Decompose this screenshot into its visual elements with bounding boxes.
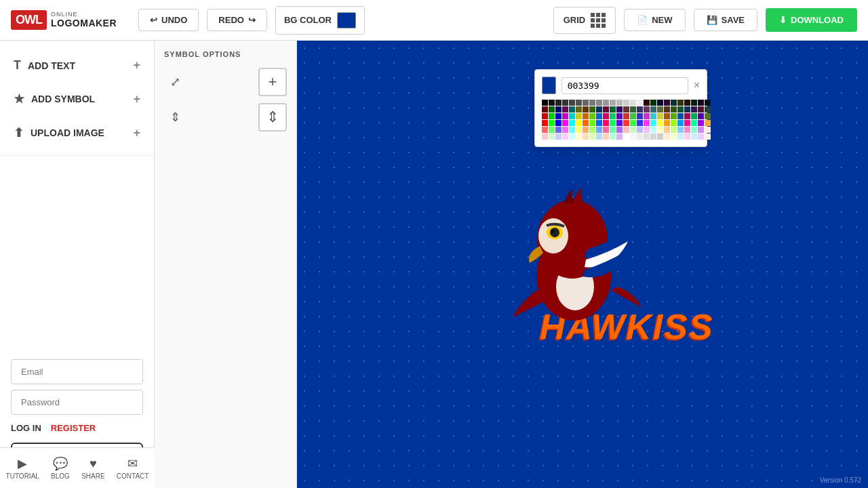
color-cell[interactable] xyxy=(630,120,636,126)
color-cell[interactable] xyxy=(691,113,697,119)
color-cell[interactable] xyxy=(596,127,602,133)
color-cell[interactable] xyxy=(562,106,568,113)
color-cell[interactable] xyxy=(637,100,643,106)
color-cell[interactable] xyxy=(576,134,582,140)
color-cell[interactable] xyxy=(623,127,629,133)
color-cell[interactable] xyxy=(576,120,582,126)
color-cell[interactable] xyxy=(630,100,636,106)
color-cell[interactable] xyxy=(610,106,616,113)
color-cell[interactable] xyxy=(671,134,677,140)
color-cell[interactable] xyxy=(569,134,575,140)
color-cell[interactable] xyxy=(603,127,609,133)
color-cell[interactable] xyxy=(644,127,650,133)
color-cell[interactable] xyxy=(677,113,684,119)
canvas-area[interactable]: HAWKISS × Version 0.572 xyxy=(297,41,868,488)
color-cell[interactable] xyxy=(589,100,595,106)
expand-icon[interactable]: ⤢ xyxy=(164,71,186,93)
color-cell[interactable] xyxy=(657,100,663,106)
color-cell[interactable] xyxy=(583,100,589,106)
color-cell[interactable] xyxy=(623,120,629,126)
color-cell[interactable] xyxy=(677,127,684,133)
color-cell[interactable] xyxy=(671,106,677,113)
color-cell[interactable] xyxy=(698,134,704,140)
color-cell[interactable] xyxy=(616,113,623,119)
color-cell[interactable] xyxy=(610,100,616,106)
color-cell[interactable] xyxy=(549,120,555,126)
color-cell[interactable] xyxy=(542,134,548,140)
color-cell[interactable] xyxy=(616,106,623,113)
color-cell[interactable] xyxy=(671,127,677,133)
color-cell[interactable] xyxy=(610,127,616,133)
color-cell[interactable] xyxy=(637,134,643,140)
color-cell[interactable] xyxy=(555,113,561,119)
color-cell[interactable] xyxy=(637,127,643,133)
color-cell[interactable] xyxy=(671,113,677,119)
nav-blog[interactable]: 💬 BLOG xyxy=(51,456,70,480)
color-cell[interactable] xyxy=(630,113,636,119)
color-cell[interactable] xyxy=(671,100,677,106)
new-button[interactable]: 📄 NEW xyxy=(624,9,685,31)
nav-tutorial[interactable]: ▶ TUTORIAL xyxy=(6,456,39,480)
color-cell[interactable] xyxy=(583,134,589,140)
color-cell[interactable] xyxy=(583,113,589,119)
color-cell[interactable] xyxy=(705,100,711,106)
color-cell[interactable] xyxy=(555,127,561,133)
color-cell[interactable] xyxy=(555,134,561,140)
color-cell[interactable] xyxy=(698,127,704,133)
color-cell[interactable] xyxy=(630,134,636,140)
color-cell[interactable] xyxy=(644,100,650,106)
color-cell[interactable] xyxy=(542,113,548,119)
color-cell[interactable] xyxy=(637,113,643,119)
color-cell[interactable] xyxy=(569,100,575,106)
color-cell[interactable] xyxy=(698,120,704,126)
color-cell[interactable] xyxy=(603,134,609,140)
color-cell[interactable] xyxy=(589,113,595,119)
color-cell[interactable] xyxy=(677,134,684,140)
color-cell[interactable] xyxy=(589,106,595,113)
color-cell[interactable] xyxy=(549,134,555,140)
color-cell[interactable] xyxy=(542,106,548,113)
color-cell[interactable] xyxy=(576,106,582,113)
login-button[interactable]: LOG IN xyxy=(11,423,41,433)
color-cell[interactable] xyxy=(657,127,663,133)
color-cell[interactable] xyxy=(650,106,656,113)
color-cell[interactable] xyxy=(596,100,602,106)
color-cell[interactable] xyxy=(650,127,656,133)
color-cell[interactable] xyxy=(583,127,589,133)
color-cell[interactable] xyxy=(623,100,629,106)
symbol-vertical-button[interactable]: ⇕ xyxy=(258,103,287,131)
color-cell[interactable] xyxy=(644,120,650,126)
color-cell[interactable] xyxy=(705,120,711,126)
color-cell[interactable] xyxy=(623,113,629,119)
color-cell[interactable] xyxy=(664,134,670,140)
color-cell[interactable] xyxy=(542,100,548,106)
nav-contact[interactable]: ✉ CONTACT xyxy=(117,456,149,480)
color-cell[interactable] xyxy=(589,127,595,133)
color-cell[interactable] xyxy=(576,113,582,119)
color-cell[interactable] xyxy=(596,106,602,113)
color-cell[interactable] xyxy=(583,106,589,113)
color-cell[interactable] xyxy=(684,100,690,106)
nav-share[interactable]: ♥ SHARE xyxy=(81,457,104,480)
color-cell[interactable] xyxy=(684,113,690,119)
color-cell[interactable] xyxy=(603,120,609,126)
sidebar-item-upload-image[interactable]: ⬆ UPLOAD IMAGE + xyxy=(0,116,154,150)
color-cell[interactable] xyxy=(698,100,704,106)
color-cell[interactable] xyxy=(616,127,623,133)
color-cell[interactable] xyxy=(705,127,711,133)
color-cell[interactable] xyxy=(589,120,595,126)
color-cell[interactable] xyxy=(555,120,561,126)
color-cell[interactable] xyxy=(630,127,636,133)
color-cell[interactable] xyxy=(630,106,636,113)
color-cell[interactable] xyxy=(610,113,616,119)
color-cell[interactable] xyxy=(637,120,643,126)
color-cell[interactable] xyxy=(664,100,670,106)
color-cell[interactable] xyxy=(691,127,697,133)
save-button[interactable]: 💾 SAVE xyxy=(694,9,757,31)
color-cell[interactable] xyxy=(616,134,623,140)
color-cell[interactable] xyxy=(549,100,555,106)
color-cell[interactable] xyxy=(603,106,609,113)
color-cell[interactable] xyxy=(691,106,697,113)
color-cell[interactable] xyxy=(576,127,582,133)
color-cell[interactable] xyxy=(644,134,650,140)
